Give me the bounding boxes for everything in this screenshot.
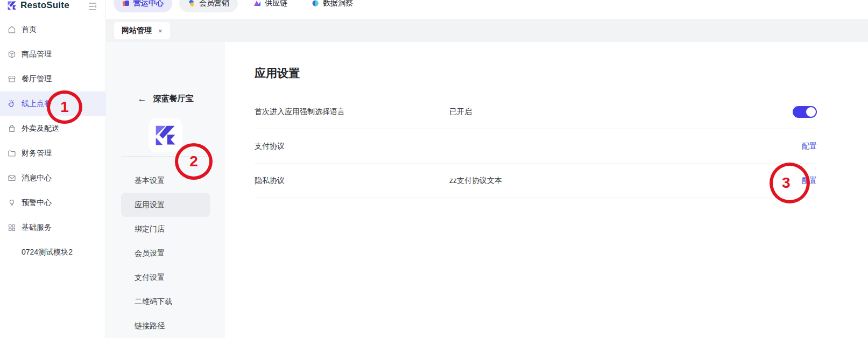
setting-label: 支付协议 [255,142,449,151]
home-icon [8,25,17,34]
sidebar-nav: 首页 商品管理 餐厅管理 线上点餐 [0,17,106,265]
primary-sidebar: RestoSuite 首页 商品管理 [0,0,106,338]
bag-icon [8,124,17,133]
menu-item-member-settings[interactable]: 会员设置 [121,241,210,265]
sidebar-item-label: 外卖及配送 [22,124,59,133]
module-tab-label: 会员营销 [199,0,229,8]
module-tab-data-insights[interactable]: 数据洞察 [303,0,362,12]
sidebar-item-alerts[interactable]: 预警中心 [0,191,106,215]
grid-icon [8,223,17,233]
language-toggle[interactable] [793,106,817,118]
sidebar-item-finance[interactable]: 财务管理 [0,141,106,166]
membership-icon [188,0,195,7]
brand-logo-icon [7,1,17,11]
sidebar-item-label: 基础服务 [22,223,52,233]
module-tab-operations[interactable]: 营运中心 [114,0,172,12]
setting-value: 已开启 [449,107,793,117]
menu-item-label: 应用设置 [135,200,165,210]
app-logo-icon [154,124,178,147]
sidebar-collapse-icon[interactable] [87,2,98,11]
sidebar-item-messages[interactable]: 消息中心 [0,166,106,191]
bulb-icon [8,199,17,208]
module-tab-label: 数据洞察 [323,0,353,8]
menu-item-payment-settings[interactable]: 支付设置 [121,265,210,290]
settings-sidebar: ← 深蓝餐厅宝 基本设置 应用设置 绑定门店 会员设置 支付设置 二维码下载 链… [106,42,225,338]
toggle-knob [806,107,816,117]
tap-hand-icon [8,100,17,109]
sidebar-item-label: 首页 [22,25,37,34]
sidebar-item-restaurant[interactable]: 餐厅管理 [0,67,106,91]
supply-chain-icon [253,0,261,7]
page-title: 应用设置 [255,66,817,81]
setting-label: 隐私协议 [255,176,449,186]
box-icon [8,50,17,59]
tab-website-management[interactable]: 网站管理 × [114,22,170,39]
sidebar-item-label: 消息中心 [22,173,52,183]
app-logo [149,118,182,152]
menu-item-label: 支付设置 [135,273,165,283]
setting-row-privacy-agreement: 隐私协议 zz支付协议文本 配置 [255,164,817,198]
menu-item-qrcode-download[interactable]: 二维码下载 [121,290,210,314]
app-window: RestoSuite 首页 商品管理 [0,0,868,338]
menu-item-bind-stores[interactable]: 绑定门店 [121,217,210,241]
menu-item-label: 链接路径 [135,321,165,331]
menu-item-label: 基本设置 [135,176,165,186]
sidebar-item-products[interactable]: 商品管理 [0,42,106,67]
back-button[interactable]: ← 深蓝餐厅宝 [106,94,225,104]
sidebar-item-label: 线上点餐 [22,99,52,109]
operations-icon [122,0,130,7]
brand-name: RestoSuite [20,0,69,11]
app-name: 深蓝餐厅宝 [153,94,194,104]
data-insights-icon [312,0,319,7]
sidebar-item-basic-services[interactable]: 基础服务 [0,215,106,240]
setting-value: zz支付协议文本 [449,176,802,186]
sidebar-item-label: 预警中心 [22,198,52,208]
sidebar-item-label: 餐厅管理 [22,74,52,84]
configure-link-payment[interactable]: 配置 [802,142,817,151]
sidebar-item-label: 财务管理 [22,149,52,158]
settings-menu: 基本设置 应用设置 绑定门店 会员设置 支付设置 二维码下载 链接路径 积分商城 [106,168,225,338]
sidebar-item-home[interactable]: 首页 [0,17,106,42]
folder-icon [8,149,17,158]
back-arrow-icon: ← [138,94,147,103]
menu-item-label: 会员设置 [135,249,165,258]
mail-icon [8,174,17,183]
menu-item-basic-settings[interactable]: 基本设置 [121,168,210,193]
tab-label: 网站管理 [122,26,152,36]
sidebar-item-delivery[interactable]: 外卖及配送 [0,116,106,141]
top-module-bar: 营运中心 会员营销 供应链 [106,0,868,19]
setting-row-payment-agreement: 支付协议 配置 [255,129,817,164]
sidebar-item-label: 0724测试模块2 [22,248,73,257]
module-tab-label: 营运中心 [133,0,164,8]
main-content: 应用设置 首次进入应用强制选择语言 已开启 支付协议 配置 隐私协议 zz支付协… [225,42,868,338]
divider [121,156,210,157]
menu-item-label: 绑定门店 [135,224,165,234]
storefront-icon [8,75,17,84]
tab-close-icon[interactable]: × [158,27,163,35]
module-tab-membership[interactable]: 会员营销 [179,0,238,12]
menu-item-label: 二维码下载 [135,297,172,307]
module-tab-label: 供应链 [265,0,287,8]
sidebar-item-label: 商品管理 [22,50,52,59]
menu-item-link-paths[interactable]: 链接路径 [121,314,210,338]
sidebar-item-test-module[interactable]: 0724测试模块2 [0,240,106,265]
setting-label: 首次进入应用强制选择语言 [255,107,449,117]
menu-item-app-settings[interactable]: 应用设置 [121,193,210,217]
sidebar-item-online-ordering[interactable]: 线上点餐 [0,91,106,116]
setting-row-language: 首次进入应用强制选择语言 已开启 [255,95,817,129]
module-tab-supply-chain[interactable]: 供应链 [245,0,296,12]
open-tabs-strip: 网站管理 × [106,19,868,42]
configure-link-privacy[interactable]: 配置 [802,176,817,186]
